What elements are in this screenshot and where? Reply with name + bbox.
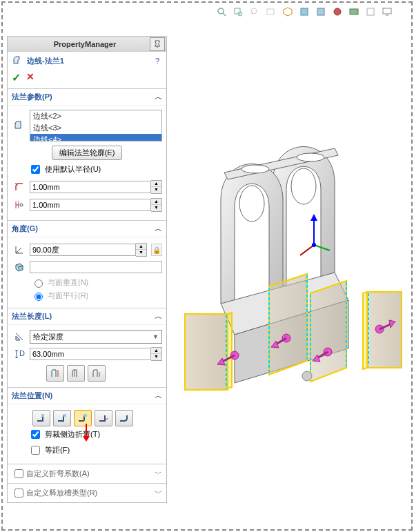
- edit-profile-button[interactable]: 编辑法兰轮廓(E): [52, 146, 123, 160]
- section-length-header[interactable]: 法兰长度(L) ︿: [8, 308, 166, 324]
- origin-handle[interactable]: [302, 371, 312, 381]
- chevron-up-icon: ︿: [155, 92, 162, 102]
- ok-cancel-row: ✓ ✕: [8, 70, 166, 88]
- edge-flange-icon: [12, 55, 24, 67]
- svg-text:D: D: [19, 349, 25, 357]
- edge-listbox[interactable]: 边线<2> 边线<3> 边线<4>: [30, 110, 162, 141]
- section-title: 自定义折弯系数(A): [26, 469, 90, 479]
- display-style-icon[interactable]: [298, 6, 310, 18]
- checkbox-input[interactable]: [14, 489, 23, 497]
- svg-marker-23: [83, 436, 90, 442]
- length-ref-outer-virtual-button[interactable]: [46, 365, 64, 382]
- zoom-fit-icon[interactable]: [215, 6, 228, 18]
- radio-label: 与面垂直(N): [48, 277, 88, 288]
- angle-input[interactable]: [30, 244, 136, 256]
- feature-row: 边线-法兰1 ?: [8, 52, 166, 70]
- chevron-down-icon: ﹀: [155, 469, 162, 479]
- angle-icon: [12, 242, 27, 257]
- graphics-viewport[interactable]: [172, 31, 407, 525]
- view-settings-icon[interactable]: [364, 6, 377, 18]
- pos-tangent-button[interactable]: [115, 410, 133, 426]
- svg-rect-5: [267, 9, 274, 14]
- parallel-radio[interactable]: 与面平行(R): [31, 289, 162, 302]
- cancel-button[interactable]: ✕: [26, 71, 34, 84]
- svg-point-25: [239, 186, 264, 221]
- bend-radius-icon: [12, 179, 27, 195]
- section-title: 法兰位置(N): [12, 391, 52, 401]
- view-orient-icon[interactable]: [282, 6, 294, 18]
- length-ref-tangent-button[interactable]: [88, 365, 106, 382]
- radio-input[interactable]: [34, 293, 43, 301]
- svg-rect-10: [367, 8, 374, 15]
- pos-material-outside-button[interactable]: [53, 410, 71, 426]
- ok-button[interactable]: ✓: [12, 71, 21, 84]
- svg-rect-20: [84, 414, 87, 417]
- lock-icon[interactable]: 🔒: [151, 244, 162, 256]
- checkbox-input[interactable]: [31, 430, 40, 439]
- trim-side-bends-checkbox[interactable]: 剪裁侧边折弯(T): [28, 426, 162, 442]
- apply-scene-icon[interactable]: [348, 6, 360, 18]
- section-flange-params-header[interactable]: 法兰参数(P) ︿: [8, 88, 166, 105]
- radio-input[interactable]: [34, 279, 43, 288]
- spin-buttons[interactable]: ▲▼: [151, 180, 162, 194]
- svg-rect-6: [301, 8, 308, 15]
- pin-button[interactable]: [150, 37, 165, 51]
- chevron-up-icon: ︿: [155, 224, 162, 234]
- section-angle-header[interactable]: 角度(G) ︿: [8, 220, 166, 237]
- section-length-body: 给定深度 ▼ D ▲▼: [8, 324, 166, 387]
- svg-rect-34: [367, 292, 402, 368]
- view-toolbar: [215, 6, 393, 18]
- checkbox-input[interactable]: [31, 165, 40, 174]
- spin-buttons[interactable]: ▲▼: [151, 347, 162, 361]
- section-position-header[interactable]: 法兰位置(N) ︿: [8, 387, 166, 404]
- pm-header: PropertyManager: [8, 37, 166, 52]
- list-item[interactable]: 边线<2>: [30, 110, 161, 122]
- hide-show-icon[interactable]: [315, 6, 327, 18]
- svg-point-24: [291, 168, 316, 204]
- radius1-input[interactable]: [30, 181, 151, 193]
- pos-virtual-sharp-button[interactable]: [95, 410, 112, 426]
- help-icon[interactable]: ?: [155, 57, 159, 65]
- prev-view-icon[interactable]: [248, 6, 261, 18]
- gap-icon: [12, 197, 27, 213]
- perpendicular-radio[interactable]: 与面垂直(N): [31, 276, 162, 289]
- dropdown-value: 给定深度: [33, 332, 63, 342]
- length-ref-inner-virtual-button[interactable]: [67, 365, 85, 382]
- svg-rect-11: [383, 8, 391, 14]
- checkbox-input[interactable]: [31, 446, 40, 455]
- section-custom-relief-header[interactable]: 自定义释放槽类型(R) ﹀: [8, 483, 166, 502]
- svg-line-30: [300, 245, 314, 255]
- pm-title: PropertyManager: [20, 40, 150, 48]
- edit-appearance-icon[interactable]: [331, 6, 344, 18]
- spin-buttons[interactable]: ▲▼: [136, 243, 147, 257]
- section-title: 自定义释放槽类型(R): [26, 488, 97, 498]
- feature-name: 边线-法兰1: [27, 56, 155, 66]
- pos-material-inside-button[interactable]: [32, 410, 50, 426]
- radius2-input[interactable]: [30, 199, 151, 211]
- svg-point-27: [297, 153, 324, 161]
- svg-marker-29: [310, 214, 317, 221]
- chevron-down-icon: ﹀: [155, 488, 162, 498]
- list-item[interactable]: 边线<3>: [30, 122, 161, 134]
- use-default-radius-checkbox[interactable]: 使用默认半径(U): [28, 161, 162, 177]
- face-select-box[interactable]: [30, 261, 162, 273]
- list-item[interactable]: 边线<4>: [30, 134, 161, 141]
- spin-buttons[interactable]: ▲▼: [151, 198, 162, 212]
- section-title: 法兰长度(L): [12, 311, 52, 322]
- zoom-area-icon[interactable]: [232, 6, 244, 18]
- svg-rect-9: [350, 9, 358, 14]
- chevron-down-icon: ▼: [152, 333, 159, 340]
- monitor-icon[interactable]: [381, 6, 393, 18]
- svg-point-8: [334, 8, 341, 15]
- section-custom-bend-header[interactable]: 自定义折弯系数(A) ﹀: [8, 464, 166, 483]
- svg-point-4: [251, 8, 257, 14]
- checkbox-label: 使用默认半径(U): [45, 164, 101, 175]
- checkbox-input[interactable]: [14, 469, 23, 478]
- end-condition-dropdown[interactable]: 给定深度 ▼: [30, 330, 162, 344]
- svg-point-26: [241, 165, 269, 173]
- svg-rect-18: [41, 414, 44, 417]
- section-view-icon[interactable]: [265, 6, 277, 18]
- length-input[interactable]: [30, 348, 151, 360]
- equal-dist-checkbox[interactable]: 等距(F): [28, 442, 162, 458]
- section-angle-body: ▲▼ 🔒 与面垂直(N) 与面平行(R): [8, 237, 166, 308]
